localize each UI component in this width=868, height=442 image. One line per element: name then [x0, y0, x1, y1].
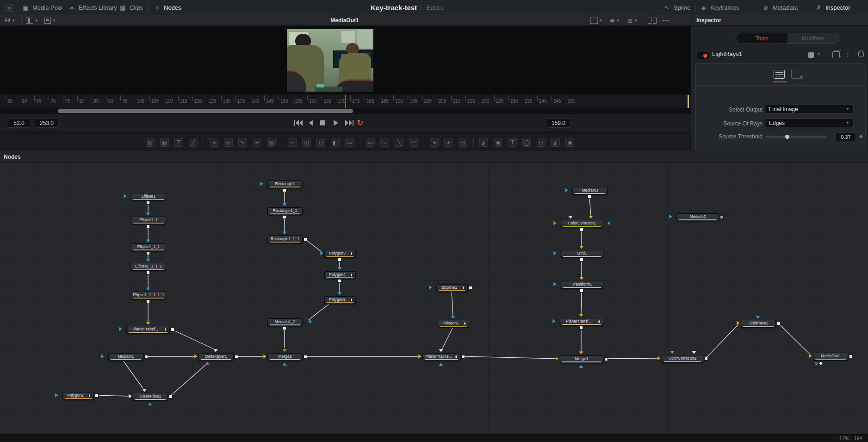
node-cleanplate1[interactable]: CleanPlate1 [133, 393, 168, 401]
output-port[interactable] [235, 355, 238, 359]
output-port[interactable] [146, 224, 150, 228]
scrollbar-thumb[interactable] [58, 109, 353, 113]
tool-icon-27[interactable]: ◉ [565, 138, 574, 147]
node-ellipse1_1[interactable]: Ellipse1_1 [131, 217, 166, 224]
slider-handle[interactable] [785, 135, 789, 139]
node-mediain2[interactable]: MediaIn2 [676, 213, 719, 221]
tool-icon-2[interactable]: T [174, 138, 183, 147]
node-ellipse1_1_1[interactable]: Ellipse1_1_1 [131, 243, 166, 251]
tool-icon-3[interactable]: ╱ [189, 138, 198, 147]
tool-icon-5[interactable]: ⊞ [224, 138, 233, 147]
tool-icon-0[interactable]: ▨ [146, 138, 155, 147]
panel-button-keyframes[interactable]: ◈Keyframes [700, 0, 739, 15]
node-graph-area[interactable] [0, 163, 868, 434]
output-port[interactable] [146, 251, 150, 255]
tool-icon-23[interactable]: T [508, 138, 517, 147]
tool-icon-6[interactable]: ∿ [238, 138, 247, 147]
output-port[interactable] [283, 188, 286, 192]
go-to-start-button[interactable] [294, 119, 303, 126]
tab-tools[interactable]: Tools [736, 33, 787, 44]
chevron-down-icon[interactable]: ▼ [817, 52, 821, 56]
viewer-layout-dropdown[interactable]: ▼ [26, 15, 38, 25]
tool-icon-4[interactable]: ∗ [210, 138, 218, 147]
tool-icon-12[interactable]: ◧ [331, 138, 340, 147]
output-port[interactable] [146, 299, 150, 303]
output-port[interactable] [469, 286, 472, 290]
node-grid1[interactable]: Grid1 [561, 250, 603, 258]
node-colorcorrector2[interactable]: ColorCorrector2 [662, 355, 703, 363]
tool-icon-20[interactable]: ⊞ [459, 138, 467, 147]
tool-icon-19[interactable]: ∗ [444, 138, 453, 147]
settings-tab[interactable]: ⚙ [791, 70, 802, 79]
tool-icon-11[interactable]: ⊡ [316, 138, 325, 147]
go-to-end-button[interactable] [345, 119, 353, 126]
range-end-field[interactable]: 253.0 [35, 118, 59, 128]
tab-modifiers[interactable]: Modifiers [787, 33, 839, 44]
output-port[interactable] [580, 258, 583, 261]
keyframe-diamond-icon[interactable] [859, 135, 863, 138]
loop-button[interactable]: ↻ [357, 118, 363, 128]
lock-icon[interactable] [858, 52, 864, 56]
output-port[interactable] [461, 355, 465, 359]
node-polygon3[interactable]: Polygon3 [324, 250, 356, 258]
tool-icon-17[interactable]: ◠ [409, 138, 418, 147]
output-port[interactable] [146, 201, 150, 205]
output-port[interactable] [849, 355, 853, 358]
output-port[interactable] [604, 357, 608, 361]
play-reverse-button[interactable] [308, 119, 316, 126]
select-output-dropdown[interactable]: Final Image ▼ [765, 105, 854, 113]
output-port[interactable] [169, 395, 173, 398]
page-button-nodes[interactable]: ߷Nodes [154, 0, 181, 15]
node-enable-toggle[interactable] [697, 52, 709, 59]
output-port[interactable] [338, 258, 341, 261]
node-planartracke[interactable]: PlanarTracke... [422, 353, 460, 361]
output-port[interactable] [304, 237, 307, 241]
stop-button[interactable] [320, 119, 329, 126]
node-mediain3[interactable]: MediaIn3 [572, 187, 608, 195]
node-colorcorrector1[interactable]: ColorCorrector1 [561, 220, 603, 228]
output-port[interactable] [146, 271, 150, 274]
output-port[interactable] [283, 326, 286, 330]
node-rectangle1_1[interactable]: Rectangle1_1 [267, 207, 303, 215]
output-port[interactable] [338, 279, 341, 283]
node-planartransf[interactable]: PlanarTransf... [126, 326, 170, 334]
source-threshold-slider[interactable] [765, 137, 827, 137]
viewer-mode-dropdown[interactable]: ▼ [44, 15, 56, 25]
viewer-options-menu[interactable]: ••• [663, 15, 670, 25]
roi-dropdown[interactable]: ▼ [590, 15, 603, 25]
copy-settings-icon[interactable] [832, 51, 840, 58]
output-port[interactable] [720, 215, 724, 219]
play-button[interactable] [333, 119, 341, 126]
tool-icon-1[interactable]: ▦ [160, 138, 169, 147]
node-polygon5[interactable]: Polygon5 [324, 296, 356, 304]
node-rectangle1[interactable]: Rectangle1 [267, 181, 303, 188]
output-port[interactable] [283, 215, 286, 219]
collapse-ui-button[interactable]: v [5, 4, 13, 12]
tool-icon-7[interactable]: ☀ [253, 138, 261, 147]
output-port[interactable] [171, 328, 174, 331]
node-polygon4[interactable]: Polygon4 [324, 271, 356, 279]
controls-tab[interactable] [774, 70, 785, 79]
viewer-canvas[interactable] [0, 26, 691, 94]
zoom-fit-dropdown[interactable]: Fit▼ [5, 15, 15, 25]
panel-button-inspector[interactable]: ✗Inspector [815, 0, 850, 15]
node-bspline1[interactable]: BSpline1 [436, 284, 468, 292]
output-port[interactable] [144, 355, 148, 359]
range-start-field[interactable]: 53.0 [7, 118, 31, 128]
node-mediaout1[interactable]: MediaOut1 [813, 353, 848, 361]
node-merge2[interactable]: Merge2 [267, 353, 303, 361]
node-color-swatch[interactable] [808, 52, 814, 58]
node-rectangle1_1_1[interactable]: Rectangle1_1_1 [267, 236, 303, 243]
source-of-rays-dropdown[interactable]: Edges ▼ [765, 118, 854, 127]
output-port[interactable] [95, 394, 99, 398]
output-port[interactable] [777, 322, 781, 325]
tool-icon-13[interactable]: ▭ [345, 138, 354, 147]
timeline-scrollbar[interactable] [0, 108, 691, 114]
tool-icon-9[interactable]: ⌐ [288, 138, 297, 147]
current-frame-field[interactable]: 159.0 [546, 118, 571, 128]
node-polygon1[interactable]: Polygon1 [438, 320, 469, 328]
node-merge1[interactable]: Merge1 [560, 355, 603, 363]
output-port[interactable] [588, 195, 591, 199]
output-port[interactable] [580, 289, 583, 293]
page-button-clips[interactable]: ▤Clips [119, 0, 143, 15]
